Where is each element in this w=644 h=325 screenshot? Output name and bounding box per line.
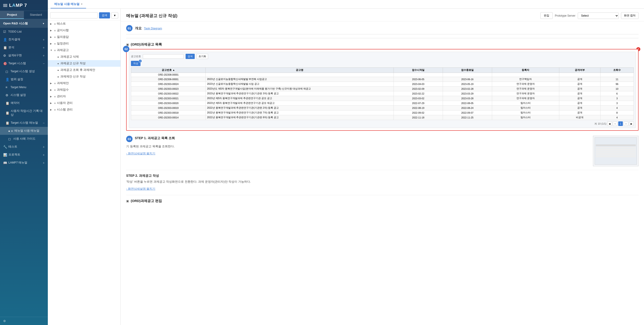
sidebar-item-worktime[interactable]: 📋 사용자 작업시간 기록 대상 (0, 107, 48, 119)
cell-author: 팀마스터 (492, 115, 559, 120)
sidebar-item-design[interactable]: ⚙ 설계&구현 + (0, 52, 48, 60)
sidebar-item-sys-settings[interactable]: ⚙ 시스템 설정 (0, 91, 48, 99)
tree-arrow-icon: ▶ (50, 29, 53, 32)
tree-item-qa[interactable]: ▶ ≡ 질의응답 (48, 34, 120, 40)
mini-reset-btn[interactable]: 초기화 (196, 54, 208, 59)
sidebar-item-lamp7[interactable]: 📖 LAMP7 매뉴얼 + (0, 159, 48, 167)
mini-search-label: 공고번호 (131, 55, 141, 58)
tree-item-notice[interactable]: ▶ ≡ 공지사항 (48, 27, 120, 34)
tree-item-proposal[interactable]: ▶ ≡ 과제제안 (48, 80, 120, 86)
cell-title: 2022년 융복연구개발과제 추관련연구기관(기관련 7차) 등록 공고 (206, 110, 394, 115)
table-icon2: ▣ (126, 199, 129, 203)
minus-icon: − (43, 121, 45, 125)
sidebar-item-use-case[interactable]: ◻ 사용 사례 가이드 (0, 135, 48, 143)
todo-icon: ☑ (3, 30, 7, 34)
divider2 (126, 195, 638, 195)
list-icon: ≡ (54, 29, 56, 32)
prototype-select[interactable]: Select (578, 12, 619, 19)
page-prev-btn[interactable]: ◀ (607, 122, 612, 126)
cell-end (443, 73, 492, 77)
tree-item-ann-proposal[interactable]: ● 과제공고 조회 후 과제제안 (48, 67, 120, 73)
settings-button[interactable]: ⚙ (3, 319, 45, 323)
table-row[interactable]: ORD-202303-00019 2022년 융복연구개발과제 추관련연구기관(… (131, 106, 634, 110)
sidebar-item-label: 사용 사례 가이드 (13, 137, 36, 141)
sidebar-item-target-gen[interactable]: ◻ Target 시스템 생성 (0, 68, 48, 76)
page-next-btn[interactable]: › (624, 122, 628, 126)
cell-title: 2023년 신글로지능융합학신내재발발 부연해 사업공고 (206, 77, 394, 82)
tree-item-sys-mgmt[interactable]: ▶ ≡ 시스템 관리 (48, 106, 120, 113)
sidebar-item-scope[interactable]: 👤 범위 설정 (0, 76, 48, 83)
tree-item-user-mgmt[interactable]: ▶ ≡ 사용자 관리 (48, 100, 120, 106)
doc-toolbar: 편집 Prototype Server Select 화면 캡처 (540, 12, 638, 19)
tree-item-admin[interactable]: ▶ ≡ 관리자 (48, 93, 120, 100)
logo: LAMP 7 (9, 3, 27, 8)
sidebar-item-analysis[interactable]: 📋 분석 + (0, 44, 48, 52)
gear-icon: ⚙ (6, 94, 9, 97)
cell-end: 2023-06-16 (443, 77, 492, 82)
table-row[interactable]: ORD-202303-00024 2023년 신글로지능융합학신내재발발 사업 … (131, 82, 634, 86)
tab-menu-manual[interactable]: 메뉴얼 사용 메뉴얼 × (50, 0, 86, 8)
cell-public: 공개 (559, 110, 600, 115)
sidebar-item-project[interactable]: 📊 프로젝트 + (0, 151, 48, 159)
page-prev2-btn[interactable]: ‹ (613, 122, 617, 126)
cell-no: ORD-202306-00001 (131, 77, 206, 82)
overview-label: 개요 (135, 26, 142, 30)
sidebar-item-todo[interactable]: ☑ TODO List (0, 28, 48, 36)
step-badge-02: 02 (123, 46, 129, 52)
tree-item-announcement[interactable]: ▼ ≡ 과제공고 (48, 47, 120, 54)
cell-start: 2023-04-03 (394, 82, 443, 86)
step2-expand-link[interactable]: - 화면상세설명 펼치기 (126, 187, 155, 191)
tree-item-schedule[interactable]: ▶ ≡ 일정관리 (48, 40, 120, 47)
table-row[interactable]: ORD-202303-00023 2023년도 제5차 융복연구개발사업(분야에… (131, 86, 634, 91)
mini-action-bar: 작성 2 (131, 61, 634, 66)
task-diagram-link[interactable]: Task Diagram (144, 27, 162, 30)
mini-search-input[interactable] (143, 54, 184, 59)
table-row[interactable]: ORD-202303-00018 2022년 융복연구개발과제 추관련연구기관(… (131, 110, 634, 115)
doc-icon: 📋 (6, 111, 9, 115)
step-badge-01: 01 (126, 25, 132, 32)
cell-end: 2023-03-28 (443, 96, 492, 101)
capture-button[interactable]: 화면 캡처 (621, 12, 638, 19)
tab-close-icon[interactable]: × (81, 2, 82, 6)
cell-start: 2022-08-19 (394, 106, 443, 110)
tree-item-ann-new[interactable]: ● 과제공고 신규 작성 (48, 60, 120, 67)
tree-item-ann-proposal-new[interactable]: ● 과제제안 신규 작성 (48, 73, 120, 80)
tree-item-test[interactable]: ▶ ≡ 테스트 (48, 20, 120, 27)
sidebar-item-label: 프로젝트 (8, 153, 20, 157)
page-current: 1 (618, 122, 623, 126)
table-row[interactable]: ORD-202303-00021 2023년 제5차 융복연구개발과제 추관련연… (131, 96, 634, 101)
table-row[interactable]: ORD-202308-00001 (131, 73, 634, 77)
tree-dropdown-button[interactable]: ▼ (111, 12, 118, 18)
step1-expand-link[interactable]: - 화면상세설명 펼치기 (126, 152, 155, 156)
tab-project[interactable]: Project (0, 11, 24, 19)
cell-author: 팀마스터 (492, 101, 559, 106)
sidebar-system[interactable]: Open R&D 시스템 ▼ (0, 19, 48, 28)
tree-search-input[interactable] (50, 12, 98, 18)
mini-search-btn[interactable]: 검색 (186, 54, 195, 59)
table-row[interactable]: ORD-202306-00001 2023년 신글로지능융합학신내재발발 부연해… (131, 77, 634, 82)
tree-item-ann-delete[interactable]: ● 과제공고 삭제 (48, 54, 120, 60)
sidebar-item-target-menu[interactable]: ≡ Target Menu (0, 83, 48, 91)
edit-button[interactable]: 편집 (540, 12, 553, 19)
tree-search-button[interactable]: 검색 (99, 12, 110, 18)
cell-public: 공개 (559, 91, 600, 96)
page-next2-btn[interactable]: ▶ (629, 122, 634, 126)
sidebar-item-epayment[interactable]: 👤 전자결재 + (0, 36, 48, 44)
sidebar-item-target[interactable]: 🎯 Target 시스템 − (0, 60, 48, 68)
cell-title: 2023년 제5차 융복연구개발과제 추관련연구기관 공모 공고 (206, 96, 394, 101)
tab-standard[interactable]: Standard (24, 11, 48, 19)
table-row[interactable]: ORD-202303-00020 2023년 제5차 융복연구개발과제 추관련연… (131, 101, 634, 106)
sidebar-item-test[interactable]: 🔧 테스트 + (0, 143, 48, 151)
doc-header: 메뉴얼 (과제공고 신규 작성) 편집 Prototype Server Sel… (121, 9, 644, 22)
sidebar-item-target-manual[interactable]: 📋 Target 시스템 매뉴얼 − (0, 119, 48, 127)
table-row[interactable]: ORD-202303-00014 2022년 융복연구개발과제 추관련연구기관(… (131, 115, 634, 120)
tree-item-label: 과제접수 (57, 88, 118, 92)
sidebar-item-reservation[interactable]: 📋 예약어 (0, 99, 48, 107)
sidebar-item-menu-manual[interactable]: ● ≡ 메뉴얼 사용 메뉴얼 (0, 127, 48, 135)
total-label: 계 (594, 122, 597, 126)
cell-author: 연구과제 운영자 (492, 86, 559, 91)
tree-item-reception[interactable]: ▶ ≡ 과제접수 (48, 86, 120, 93)
hamburger-icon[interactable] (3, 4, 7, 7)
cell-end: 2023-03-29 (443, 91, 492, 96)
table-row[interactable]: ORD-202303-00022 2023년 융복연구개발과제 추관련연구기관(… (131, 91, 634, 96)
